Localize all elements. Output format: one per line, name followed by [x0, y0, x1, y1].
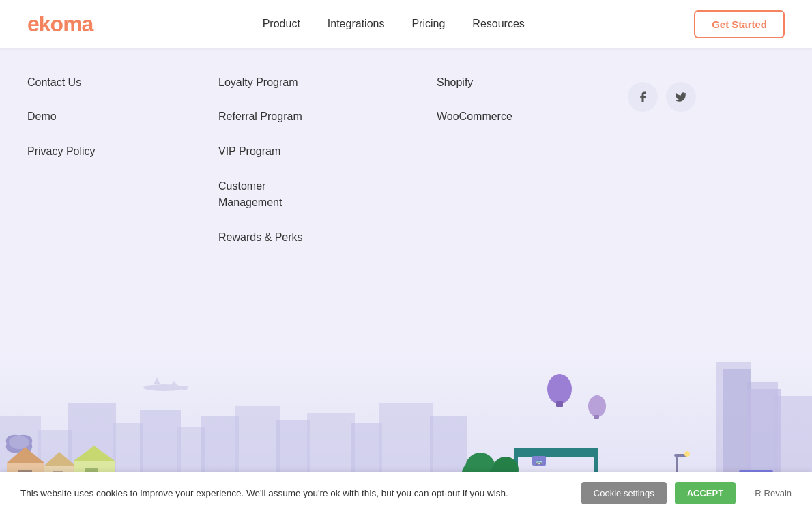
- svg-point-37: [547, 374, 572, 404]
- link-shopify[interactable]: Shopify: [437, 75, 628, 90]
- svg-point-23: [9, 436, 29, 449]
- revain-text: Revain: [764, 488, 792, 498]
- get-started-button[interactable]: Get Started: [694, 10, 785, 38]
- footer-col-features: Loyalty Program Referral Program VIP Pro…: [218, 75, 437, 321]
- svg-rect-36: [181, 386, 188, 390]
- social-icons: [628, 75, 785, 112]
- cookie-accept-button[interactable]: ACCEPT: [675, 482, 736, 504]
- footer-col-company: Contact Us Demo Privacy Policy: [27, 75, 218, 321]
- nav-pricing[interactable]: Pricing: [411, 18, 445, 30]
- svg-rect-44: [515, 449, 597, 457]
- link-vip-program[interactable]: VIP Program: [218, 144, 437, 159]
- footer-col-integrations: Shopify WooCommerce: [437, 75, 628, 321]
- footer-links-grid: Contact Us Demo Privacy Policy Loyalty P…: [0, 61, 812, 348]
- link-referral-program[interactable]: Referral Program: [218, 109, 437, 124]
- link-rewards-perks[interactable]: Rewards & Perks: [218, 230, 437, 245]
- cookie-message: This website uses cookies to improve you…: [20, 488, 581, 498]
- nav-product[interactable]: Product: [263, 18, 300, 30]
- header: ekoma Product Integrations Pricing Resou…: [0, 0, 812, 48]
- revain-logo: R Revain: [755, 488, 792, 498]
- svg-point-61: [684, 451, 690, 457]
- svg-point-33: [143, 384, 184, 391]
- nav-resources[interactable]: Resources: [472, 18, 524, 30]
- link-contact-us[interactable]: Contact Us: [27, 75, 218, 90]
- main-content: Contact Us Demo Privacy Policy Loyalty P…: [0, 48, 812, 514]
- cookie-settings-button[interactable]: Cookie settings: [581, 482, 667, 504]
- revain-label: R: [755, 488, 761, 498]
- twitter-icon[interactable]: [666, 82, 696, 112]
- link-privacy-policy[interactable]: Privacy Policy: [27, 144, 218, 159]
- svg-rect-42: [594, 415, 599, 419]
- footer-col-social: [628, 75, 785, 321]
- link-loyalty-program[interactable]: Loyalty Program: [218, 75, 437, 90]
- cookie-actions: Cookie settings ACCEPT R Revain: [581, 482, 792, 504]
- link-demo[interactable]: Demo: [27, 109, 218, 124]
- svg-point-41: [588, 395, 606, 417]
- facebook-icon[interactable]: [628, 82, 658, 112]
- cookie-banner: This website uses cookies to improve you…: [0, 472, 812, 514]
- svg-text:🚌: 🚌: [536, 458, 542, 465]
- logo[interactable]: ekoma: [27, 12, 93, 37]
- main-nav: Product Integrations Pricing Resources: [263, 18, 525, 30]
- nav-integrations[interactable]: Integrations: [328, 18, 385, 30]
- link-woocommerce[interactable]: WooCommerce: [437, 109, 628, 124]
- link-customer-management[interactable]: CustomerManagement: [218, 178, 437, 211]
